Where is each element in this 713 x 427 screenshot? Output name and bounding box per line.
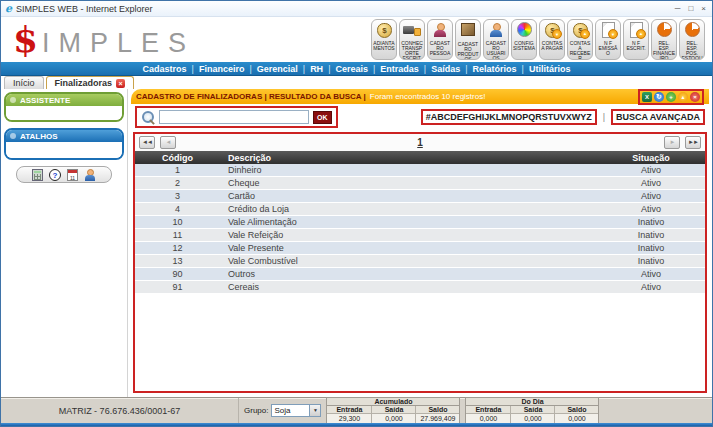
- cell-codigo: 13: [135, 256, 220, 266]
- menu-item-relatorios[interactable]: Relatórios: [473, 64, 517, 74]
- summary-value-row: 0,0000,0000,000: [466, 414, 598, 423]
- search-ok-button[interactable]: OK: [313, 111, 332, 124]
- quick-access-toolbar: ADIANTA MENTOSCONHEC TRANSPORTE ESCRIT.C…: [371, 19, 708, 60]
- tab-inicio[interactable]: Início: [4, 76, 44, 89]
- doc-down-icon: [598, 22, 618, 39]
- toolbar-button-label: CADASTRO PRODUTOS: [456, 42, 480, 60]
- window-maximize-button[interactable]: □: [688, 3, 693, 15]
- atalhos-panel: ATALHOS: [4, 128, 124, 160]
- results-table-region: ◄◄◄1►►► CódigoDescriçãoSituação 1Dinheir…: [133, 132, 707, 393]
- page-first-button[interactable]: ◄◄: [139, 136, 155, 149]
- toolbar-nf-emissao-button[interactable]: N F EMISSÃO: [595, 19, 621, 60]
- summary-group-title: Do Dia: [466, 398, 598, 406]
- menu-separator: |: [303, 64, 305, 74]
- menu-item-gerencial[interactable]: Gerencial: [257, 64, 298, 74]
- add-icon[interactable]: +: [666, 92, 676, 102]
- toolbar-cadastro-produtos-button[interactable]: CADASTRO PRODUTOS: [455, 19, 481, 60]
- toolbar-button-label: REL. ESP. POS. ESTOQUE: [680, 41, 704, 60]
- page-prev-button[interactable]: ◄: [160, 136, 176, 149]
- page-last-button[interactable]: ►►: [685, 136, 701, 149]
- chevron-down-icon[interactable]: ▼: [309, 405, 320, 416]
- advanced-search-button[interactable]: BUSCA AVANÇADA: [611, 109, 705, 125]
- toolbar-rel-esp-pos-estoque-button[interactable]: REL. ESP. POS. ESTOQUE: [679, 19, 705, 60]
- menu-item-saidas[interactable]: Saídas: [431, 64, 460, 74]
- calculator-icon[interactable]: [32, 169, 43, 181]
- collapse-icon[interactable]: ▲: [678, 92, 688, 102]
- summary-value-saida: 0,000: [510, 414, 554, 423]
- cell-descricao: Cartão: [220, 191, 597, 201]
- column-header-situacao: Situação: [597, 153, 705, 163]
- table-row[interactable]: 13Vale CombustívelInativo: [135, 255, 705, 268]
- toolbar-cadastro-pessoa-button[interactable]: CADASTRO PESSOA: [427, 19, 453, 60]
- menu-item-rh[interactable]: RH: [310, 64, 323, 74]
- close-icon[interactable]: ×: [690, 92, 700, 102]
- cell-situacao: Inativo: [597, 230, 705, 240]
- cell-codigo: 1: [135, 165, 220, 175]
- toolbar-config-sistema-button[interactable]: CONFIG SISTEMA: [511, 19, 537, 60]
- toolbar-button-label: N F ESCRIT.: [624, 41, 648, 51]
- totals-groups: AcumuladoEntradaSaídaSaldo29,3000,00027.…: [326, 398, 599, 423]
- menu-separator: |: [522, 64, 524, 74]
- group-select[interactable]: Soja ▼: [271, 404, 321, 417]
- toolbar-adiantamentos-button[interactable]: ADIANTA MENTOS: [371, 19, 397, 60]
- cell-situacao: Ativo: [597, 204, 705, 214]
- assistente-header[interactable]: ASSISTENTE: [6, 94, 122, 106]
- search-input[interactable]: [159, 110, 309, 124]
- window-close-button[interactable]: ×: [701, 3, 706, 15]
- table-row[interactable]: 10Vale AlimentaçãoInativo: [135, 216, 705, 229]
- menu-item-utilitarios[interactable]: Utilitários: [529, 64, 571, 74]
- toolbar-nf-escrit-button[interactable]: N F ESCRIT.: [623, 19, 649, 60]
- cell-codigo: 90: [135, 269, 220, 279]
- menu-separator: |: [249, 64, 251, 74]
- calendar-icon[interactable]: 11: [67, 169, 78, 181]
- help-icon[interactable]: ?: [49, 169, 61, 181]
- main-menu-bar: Cadastros|Financeiro|Gerencial|RH|Cereai…: [1, 62, 712, 76]
- toolbar-cadastro-usuarios-button[interactable]: CADASTRO USUARIOS: [483, 19, 509, 60]
- main-area: ASSISTENTE ATALHOS ?11 CADASTRO DE FINAL…: [1, 89, 712, 397]
- toolbar-contas-a-pagar-button[interactable]: CONTAS A PAGAR: [539, 19, 565, 60]
- summary-value-entrada: 29,300: [327, 414, 371, 423]
- company-label: MATRIZ - 76.676.436/0001-67: [1, 398, 239, 423]
- sidebar: ASSISTENTE ATALHOS ?11: [1, 89, 127, 397]
- table-row[interactable]: 12Vale PresenteInativo: [135, 242, 705, 255]
- user-icon: [486, 22, 506, 39]
- atalhos-header[interactable]: ATALHOS: [6, 130, 122, 142]
- table-row[interactable]: 11Vale RefeiçãoInativo: [135, 229, 705, 242]
- truck-icon: [402, 22, 422, 39]
- tab-close-icon[interactable]: ×: [116, 79, 125, 88]
- column-header-descricao: Descrição: [220, 153, 597, 163]
- cell-codigo: 91: [135, 282, 220, 292]
- doc-up-icon: [626, 22, 646, 39]
- content-area: CADASTRO DE FINALIZADORAS | RESULTADO DA…: [127, 89, 712, 397]
- menu-item-entradas[interactable]: Entradas: [380, 64, 419, 74]
- table-row[interactable]: 91CereaisAtivo: [135, 281, 705, 294]
- table-row[interactable]: 90OutrosAtivo: [135, 268, 705, 281]
- tab-finalizadoras[interactable]: Finalizadoras×: [46, 76, 135, 89]
- window-minimize-button[interactable]: ─: [675, 3, 681, 15]
- menu-item-cadastros[interactable]: Cadastros: [143, 64, 187, 74]
- menu-item-financeiro[interactable]: Financeiro: [199, 64, 245, 74]
- summary-col-saida: Saída: [510, 406, 554, 414]
- table-row[interactable]: 4Crédito da LojaAtivo: [135, 203, 705, 216]
- menu-item-cereais[interactable]: Cereais: [335, 64, 368, 74]
- summary-col-saldo: Saldo: [554, 406, 598, 414]
- alphabet-separator: |: [603, 112, 605, 122]
- cell-codigo: 3: [135, 191, 220, 201]
- logo-dollar-icon: $: [13, 21, 38, 57]
- alphabet-filter[interactable]: #ABCDEFGHIJKLMNOPQRSTUVXWYZ: [421, 109, 597, 125]
- content-header-bar: CADASTRO DE FINALIZADORAS | RESULTADO DA…: [131, 89, 709, 104]
- table-row[interactable]: 2ChequeAtivo: [135, 177, 705, 190]
- page-next-button[interactable]: ►: [664, 136, 680, 149]
- money-bag-down-icon: [542, 22, 562, 39]
- search-icon[interactable]: [141, 110, 155, 124]
- refresh-icon[interactable]: ↻: [654, 92, 664, 102]
- excel-icon[interactable]: X: [642, 92, 652, 102]
- summary-group-do-dia: Do DiaEntradaSaídaSaldo0,0000,0000,000: [465, 397, 599, 424]
- toolbar-rel-esp-financeiro-button[interactable]: REL. ESP. FINANCEIRO: [651, 19, 677, 60]
- toolbar-conhec-transporte-escrit-button[interactable]: CONHEC TRANSPORTE ESCRIT.: [399, 19, 425, 60]
- cell-codigo: 12: [135, 243, 220, 253]
- user-icon[interactable]: [84, 169, 96, 181]
- table-row[interactable]: 1DinheiroAtivo: [135, 164, 705, 177]
- toolbar-contas-a-receber-button[interactable]: CONTAS A RECEBER: [567, 19, 593, 60]
- table-row[interactable]: 3CartãoAtivo: [135, 190, 705, 203]
